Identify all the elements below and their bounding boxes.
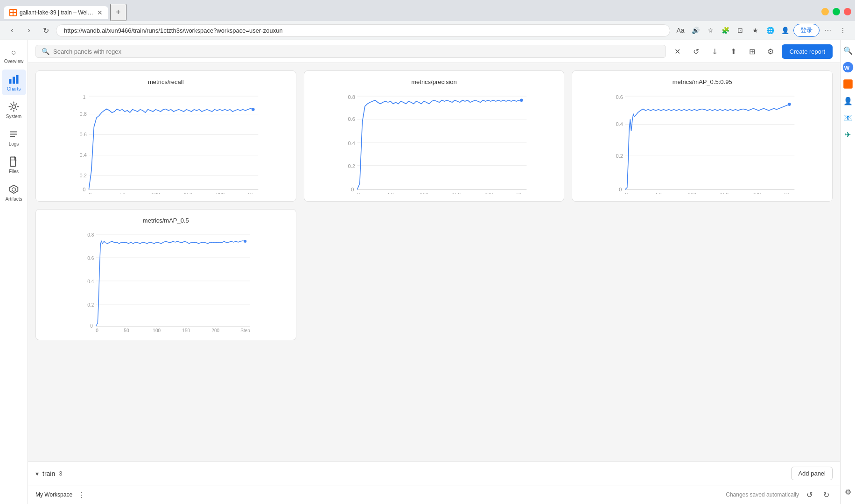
bottom-bar: ▾ train 3 Add panel [28, 462, 840, 485]
search-container[interactable]: 🔍 [35, 45, 666, 58]
svg-rect-0 [9, 79, 12, 84]
edge-translate-icon[interactable]: ✈ [841, 128, 855, 141]
svg-text:1: 1 [83, 94, 85, 100]
svg-text:Step: Step [785, 192, 795, 194]
left-sidebar: ○ Overview Charts System Logs Files [0, 40, 28, 504]
svg-text:0.4: 0.4 [348, 140, 355, 146]
add-panel-button[interactable]: Add panel [791, 467, 833, 480]
svg-text:50: 50 [124, 328, 129, 332]
edge-settings-icon[interactable]: ⚙ [841, 485, 855, 498]
maximize-button[interactable] [833, 8, 840, 15]
arrange-button[interactable]: ⊞ [744, 44, 759, 59]
svg-rect-2 [16, 75, 19, 84]
settings-button[interactable]: ⚙ [763, 44, 778, 59]
toolbar: 🔍 ✕ ↺ ⤓ ⬆ ⊞ ⚙ Create report [28, 40, 840, 63]
sidebar-item-logs[interactable]: Logs [2, 125, 26, 150]
export-button[interactable]: ⬆ [726, 44, 741, 59]
status-bar: My Workspace ⋮ Changes saved automatical… [28, 485, 840, 504]
search-input[interactable] [53, 48, 660, 55]
svg-rect-81 [843, 79, 853, 89]
close-button[interactable] [844, 8, 851, 15]
svg-text:200: 200 [216, 192, 224, 194]
reload-button[interactable]: ↻ [39, 24, 52, 37]
active-tab[interactable]: gallant-lake-39 | train – Weights ✕ [4, 6, 108, 19]
svg-text:0.4: 0.4 [87, 279, 94, 284]
chart-map0595: metrics/mAP_0.5:0.95 0.6 0.4 0.2 0 0 [572, 70, 833, 202]
svg-text:200: 200 [752, 192, 761, 194]
filter-button[interactable]: ⤓ [707, 44, 722, 59]
extensions-button[interactable]: 🧩 [719, 24, 732, 37]
split-button[interactable]: ⊡ [734, 24, 747, 37]
svg-text:0: 0 [96, 328, 98, 332]
sidebar-toggle[interactable]: ⋮ [836, 24, 849, 37]
svg-text:50: 50 [119, 192, 125, 194]
history-button[interactable]: ↺ [688, 44, 703, 59]
workspace-menu-button[interactable]: ⋮ [76, 490, 86, 500]
back-button[interactable]: ‹ [6, 24, 19, 37]
redo-button[interactable]: ↻ [820, 488, 833, 501]
chart-map05-title: metrics/mAP_0.5 [43, 217, 288, 224]
url-text: https://wandb.ai/xun9466/train/runs/1ctz… [64, 27, 662, 34]
minimize-button[interactable] [821, 8, 829, 15]
edge-icon-orange[interactable] [841, 77, 855, 91]
svg-text:100: 100 [688, 192, 696, 194]
chart-precision-title: metrics/precision [312, 78, 557, 85]
new-tab-button[interactable]: + [110, 4, 126, 21]
saved-text: Changes saved automatically [726, 491, 799, 498]
charts-icon [8, 73, 20, 85]
svg-text:0: 0 [83, 187, 85, 192]
sidebar-label-logs: Logs [9, 141, 19, 147]
svg-text:Step: Step [240, 328, 250, 332]
edge-search-icon[interactable]: 🔍 [841, 44, 855, 57]
sidebar-label-charts: Charts [7, 86, 21, 91]
address-bar[interactable]: https://wandb.ai/xun9466/train/runs/1ctz… [56, 24, 670, 37]
svg-point-3 [12, 105, 16, 109]
forward-button[interactable]: › [22, 24, 35, 37]
chart-recall-title: metrics/recall [43, 78, 288, 85]
sidebar-item-system[interactable]: System [2, 97, 26, 123]
svg-text:50: 50 [656, 192, 662, 194]
svg-text:0: 0 [357, 192, 360, 194]
overview-icon: ○ [11, 48, 16, 57]
files-icon [8, 156, 20, 168]
undo-button[interactable]: ↺ [803, 488, 816, 501]
edge-outlook-icon[interactable]: 📧 [841, 111, 855, 124]
svg-text:200: 200 [211, 328, 219, 332]
edge-wandb-icon[interactable]: W [841, 61, 855, 74]
search-icon: 🔍 [42, 48, 49, 55]
svg-text:0.6: 0.6 [87, 256, 94, 261]
svg-rect-7 [10, 157, 15, 167]
svg-point-61 [788, 103, 791, 106]
sidebar-item-artifacts[interactable]: Artifacts [2, 180, 26, 205]
section-label[interactable]: ▾ train 3 [35, 470, 62, 477]
svg-text:0.2: 0.2 [348, 163, 355, 169]
profile-button[interactable]: 👤 [778, 24, 792, 37]
sidebar-item-overview[interactable]: ○ Overview [2, 44, 26, 68]
chart-precision-container: 0.8 0.6 0.4 0.2 0 0 50 100 [312, 91, 557, 194]
favorites-button[interactable]: ★ [749, 24, 762, 37]
svg-marker-10 [12, 188, 16, 192]
artifacts-icon [8, 183, 20, 195]
tab-close-icon[interactable]: ✕ [97, 9, 103, 16]
svg-text:0: 0 [619, 187, 622, 192]
svg-text:100: 100 [420, 192, 428, 194]
logs-icon [8, 128, 20, 140]
svg-text:0.6: 0.6 [80, 132, 87, 137]
sidebar-item-files[interactable]: Files [2, 152, 26, 178]
collections-button[interactable]: 🌐 [764, 24, 777, 37]
edge-profile-icon[interactable]: 👤 [841, 94, 855, 107]
svg-text:100: 100 [152, 192, 160, 194]
create-report-button[interactable]: Create report [782, 44, 833, 59]
charts-grid-top: metrics/recall 1 0.8 0.6 0.4 0.2 0 [35, 70, 833, 202]
close-search-button[interactable]: ✕ [670, 44, 685, 59]
more-button[interactable]: ⋯ [821, 24, 834, 37]
chart-recall: metrics/recall 1 0.8 0.6 0.4 0.2 0 [35, 70, 296, 202]
svg-text:150: 150 [184, 192, 192, 194]
bookmark-button[interactable]: ☆ [704, 24, 717, 37]
read-aloud-button[interactable]: 🔊 [689, 24, 702, 37]
sidebar-item-charts[interactable]: Charts [2, 70, 26, 95]
tab-title: gallant-lake-39 | train – Weights [20, 9, 94, 16]
login-button[interactable]: 登录 [793, 24, 820, 37]
svg-point-29 [252, 108, 255, 111]
translate-button[interactable]: Aa [674, 24, 687, 37]
